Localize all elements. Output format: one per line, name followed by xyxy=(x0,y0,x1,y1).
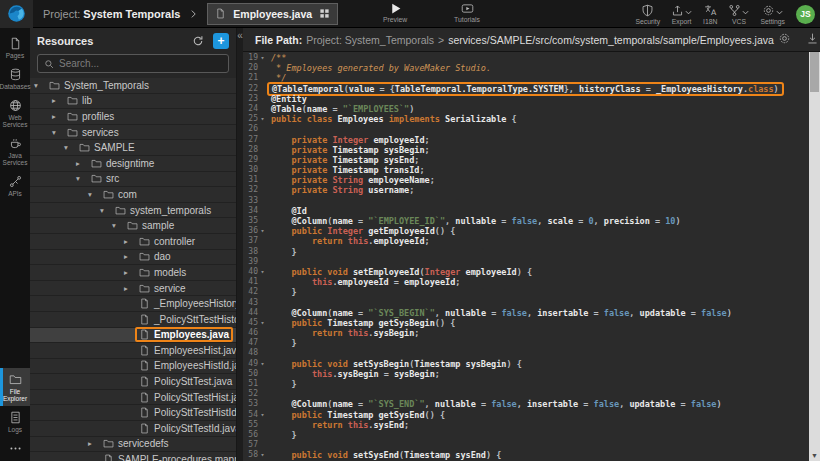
export-button[interactable]: Export xyxy=(671,4,692,25)
chevron-collapsed-icon[interactable]: ▸ xyxy=(52,112,63,121)
chevron-expanded-icon[interactable]: ▾ xyxy=(88,190,99,199)
chevron-collapsed-icon[interactable]: ▸ xyxy=(124,284,135,293)
tree-item-policystttesthistid-java[interactable]: PolicySttTestHistId.java xyxy=(30,405,236,421)
tree-item-dao[interactable]: ▸dao xyxy=(30,250,236,266)
tree-item-lib[interactable]: ▸lib xyxy=(30,94,236,110)
tree-item-employees-java[interactable]: Employees.java xyxy=(30,328,236,344)
tree-item-controller[interactable]: ▸controller xyxy=(30,234,236,250)
wavemaker-logo[interactable] xyxy=(0,0,33,28)
tree-item-sample[interactable]: ▾sample xyxy=(30,218,236,234)
folder-icon xyxy=(103,438,114,449)
chevron-collapsed-icon[interactable]: ▸ xyxy=(52,96,63,105)
chevron-collapsed-icon[interactable]: ▸ xyxy=(88,439,99,448)
tree-item-label: servicedefs xyxy=(118,438,169,449)
security-button[interactable]: Security xyxy=(636,4,661,25)
fold-marker-icon[interactable]: ▾ xyxy=(258,114,267,124)
chevron-down-icon xyxy=(776,4,783,16)
preview-button[interactable]: Preview xyxy=(370,2,420,23)
code-token: = xyxy=(686,308,701,318)
file-path-prefix: File Path: xyxy=(255,34,302,46)
chevron-expanded-icon[interactable]: ▾ xyxy=(76,174,87,183)
code-token: = xyxy=(353,308,368,318)
tree-item-policystttesthist-java[interactable]: PolicySttTestHist.java xyxy=(30,390,236,406)
tree-item-system-temporals[interactable]: ▾system_temporals xyxy=(30,203,236,219)
code-token: } xyxy=(271,287,297,297)
scrollbar-thumb[interactable] xyxy=(810,52,819,92)
chevron-expanded-icon[interactable]: ▾ xyxy=(64,143,75,152)
tree-item-services[interactable]: ▾services xyxy=(30,125,236,141)
editor-scrollbar[interactable]: ▼ xyxy=(809,52,820,461)
tree-item-employeeshistory-java[interactable]: _EmployeesHistory.java xyxy=(30,296,236,312)
chevron-collapsed-icon[interactable]: ▸ xyxy=(124,268,135,277)
code-token: ) xyxy=(409,104,414,114)
i18n-button[interactable]: AI18N xyxy=(703,4,717,25)
code-token: = xyxy=(578,399,593,409)
tree-item-src[interactable]: ▾src xyxy=(30,172,236,188)
fold-marker-icon[interactable]: ▾ xyxy=(258,410,267,420)
chevron-collapsed-icon[interactable]: ▸ xyxy=(76,159,87,168)
settings-button[interactable] xyxy=(778,32,791,47)
sidebar-more-options[interactable] xyxy=(0,437,30,459)
chevron-collapsed-icon[interactable]: ▸ xyxy=(124,252,135,261)
sidebar-item-file-explorer[interactable]: File Explorer xyxy=(0,368,30,406)
code-token: false xyxy=(594,399,620,409)
code-token xyxy=(271,308,291,318)
sidebar-item-java-services[interactable]: Java Services xyxy=(0,132,30,170)
fold-marker-icon[interactable]: ▾ xyxy=(258,226,267,236)
vcs-button[interactable]: VCS xyxy=(728,4,749,25)
tree-item-service[interactable]: ▸service xyxy=(30,281,236,297)
fold-marker-icon[interactable]: ▾ xyxy=(258,450,267,460)
code-token: @Id xyxy=(291,206,306,216)
fold-marker-icon[interactable]: ▾ xyxy=(258,53,267,63)
code-line: 56 } xyxy=(243,430,809,440)
line-number: 33 xyxy=(243,196,258,206)
tree-item-sample[interactable]: ▾SAMPLE xyxy=(30,140,236,156)
tree-item-models[interactable]: ▸models xyxy=(30,265,236,281)
tutorials-button[interactable]: Tutorials xyxy=(442,2,492,23)
tree-item-profiles[interactable]: ▸profiles xyxy=(30,109,236,125)
tab-employees-java[interactable]: Employees.java xyxy=(207,3,338,25)
scrollbar-down-arrow[interactable]: ▼ xyxy=(809,452,820,460)
chevron-expanded-icon[interactable]: ▾ xyxy=(52,128,63,137)
tree-item-policystttesthistory-java[interactable]: _PolicySttTestHistory.java xyxy=(30,312,236,328)
code-token: = xyxy=(379,369,394,379)
chevron-expanded-icon[interactable]: ▾ xyxy=(100,206,111,215)
sidebar-item-logs[interactable]: Logs xyxy=(0,406,30,437)
code-token: sysBegin xyxy=(466,359,507,369)
tree-item-policystttestid-java[interactable]: PolicySttTestId.java xyxy=(30,421,236,437)
code-token: "`SYS_END`" xyxy=(368,399,424,409)
chevron-expanded-icon[interactable]: ▾ xyxy=(112,221,123,230)
user-avatar[interactable]: JS xyxy=(796,5,815,24)
download-button[interactable] xyxy=(806,32,819,47)
tree-item-com[interactable]: ▾com xyxy=(30,187,236,203)
fold-marker-icon[interactable]: ▾ xyxy=(258,359,267,369)
code-token: @Table xyxy=(271,104,302,114)
tree-item-designtime[interactable]: ▸designtime xyxy=(30,156,236,172)
code-token: = xyxy=(486,308,501,318)
fold-marker-icon[interactable]: ▾ xyxy=(258,267,267,277)
tree-item-sample-procedures-mappings-json[interactable]: SAMPLE-procedures.mappings.json xyxy=(30,452,236,461)
tree-item-employeeshistid-java[interactable]: EmployeesHistId.java xyxy=(30,359,236,375)
code-text: @Column(name = "`SYS_BEGIN`", nullable =… xyxy=(267,308,736,318)
fold-marker-icon[interactable]: ▾ xyxy=(258,318,267,328)
code-area[interactable]: 19▾/**20 * Employees generated by WaveMa… xyxy=(243,52,809,461)
tree-item-system-temporals[interactable]: ▾System_Temporals xyxy=(30,78,236,94)
refresh-icon[interactable] xyxy=(192,35,204,47)
tree-item-policystttest-java[interactable]: PolicySttTest.java xyxy=(30,374,236,390)
panel-collapse-button[interactable]: « xyxy=(237,31,243,41)
search-input[interactable] xyxy=(59,58,222,69)
sidebar-item-apis[interactable]: APIs xyxy=(0,170,30,201)
tree-item-employeeshist-java[interactable]: EmployeesHist.java xyxy=(30,343,236,359)
settings-button[interactable]: Settings xyxy=(760,4,785,25)
sidebar-item-pages[interactable]: Pages xyxy=(0,32,30,63)
code-line: 27 private Integer employeeId; xyxy=(243,135,809,145)
sidebar-item-databases[interactable]: Databases xyxy=(0,63,30,94)
chevron-collapsed-icon[interactable]: ▸ xyxy=(124,237,135,246)
chevron-expanded-icon[interactable]: ▾ xyxy=(34,81,45,90)
file-icon xyxy=(215,7,226,20)
tree-item-servicedefs[interactable]: ▸servicedefs xyxy=(30,437,236,453)
sidebar-item-web-services[interactable]: Web Services xyxy=(0,94,30,132)
add-resource-button[interactable]: + xyxy=(213,33,229,49)
grid-icon[interactable] xyxy=(319,7,330,20)
code-token: () { xyxy=(425,410,445,420)
